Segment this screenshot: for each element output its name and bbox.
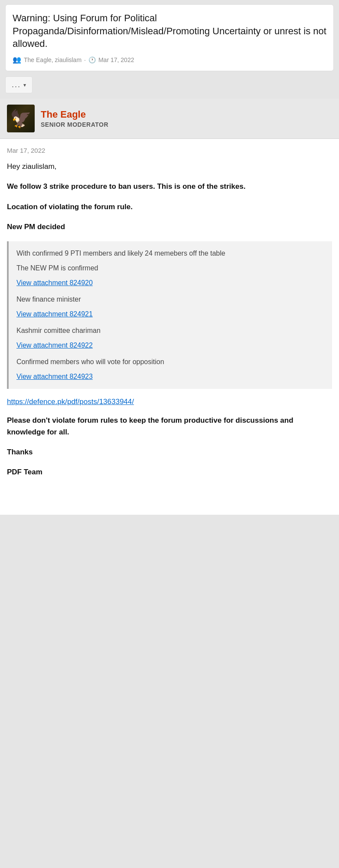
warning-title: Warning: Using Forum for Political Propa… — [13, 12, 326, 50]
strike-paragraph: We follow 3 strike procedure to ban user… — [7, 181, 332, 192]
clock-icon: 🕐 — [88, 56, 96, 63]
quote-attachment-2: View attachment 824921 — [16, 309, 324, 319]
attachment-1-link[interactable]: View attachment 824920 — [16, 279, 93, 286]
post-date: Mar 17, 2022 — [7, 147, 332, 154]
attachment-3-link[interactable]: View attachment 824922 — [16, 342, 93, 349]
quote-section-1: With confirmed 9 PTI members and likely … — [16, 248, 324, 288]
attachment-2-link[interactable]: View attachment 824921 — [16, 310, 93, 318]
authors-icon: 👥 — [13, 56, 21, 64]
warning-date: Mar 17, 2022 — [98, 56, 134, 63]
user-header: The Eagle SENIOR MODERATOR — [0, 99, 339, 139]
warning-meta: 👥 The Eagle, ziaulislam · 🕐 Mar 17, 2022 — [13, 56, 326, 64]
quote-line-2: The NEW PM is confirmed — [16, 263, 324, 273]
quote-attachment-3: View attachment 824922 — [16, 340, 324, 351]
warning-card: Warning: Using Forum for Political Propa… — [5, 4, 334, 71]
quote-line-1: With confirmed 9 PTI members and likely … — [16, 248, 324, 259]
pdf-link[interactable]: https://defence.pk/pdf/posts/13633944/ — [7, 398, 332, 406]
quote-section-3-label: Kashmir comittee chariman — [16, 326, 324, 336]
user-info: The Eagle SENIOR MODERATOR — [41, 109, 108, 128]
location-paragraph: Location of violating the forum rule. — [7, 201, 332, 213]
greeting: Hey ziaulislam, — [7, 161, 332, 172]
quote-attachment-4: View attachment 824923 — [16, 372, 324, 382]
quote-attachment-1: View attachment 824920 — [16, 278, 324, 288]
user-role: SENIOR MODERATOR — [41, 121, 108, 128]
rules-paragraph: Please don't violate forum rules to keep… — [7, 415, 332, 438]
post-container: The Eagle SENIOR MODERATOR Mar 17, 2022 … — [0, 99, 339, 515]
warning-separator: · — [84, 56, 86, 63]
new-pm-heading: New PM decided — [7, 221, 332, 233]
quote-section-4-label: Confirmed members who will vote for oppo… — [16, 357, 324, 367]
closing-thanks: Thanks — [7, 447, 332, 458]
quote-section-2-label: New finance minister — [16, 294, 324, 305]
post-footer: Thanks PDF Team — [7, 447, 332, 504]
username[interactable]: The Eagle — [41, 109, 108, 120]
closing-team: PDF Team — [7, 467, 332, 478]
quote-section-3: Kashmir comittee chariman View attachmen… — [16, 326, 324, 351]
avatar — [7, 105, 35, 132]
quote-block: With confirmed 9 PTI members and likely … — [7, 241, 332, 389]
avatar-image — [7, 105, 35, 132]
post-content: Mar 17, 2022 Hey ziaulislam, We follow 3… — [0, 139, 339, 515]
warning-authors: The Eagle, ziaulislam — [24, 56, 81, 63]
dots-icon: ... — [12, 80, 21, 89]
attachment-4-link[interactable]: View attachment 824923 — [16, 373, 93, 380]
quote-section-4: Confirmed members who will vote for oppo… — [16, 357, 324, 382]
more-options-button[interactable]: ... ▾ — [5, 76, 33, 93]
post-body: Hey ziaulislam, We follow 3 strike proce… — [7, 161, 332, 504]
dropdown-arrow-icon: ▾ — [23, 82, 26, 88]
quote-section-2: New finance minister View attachment 824… — [16, 294, 324, 319]
